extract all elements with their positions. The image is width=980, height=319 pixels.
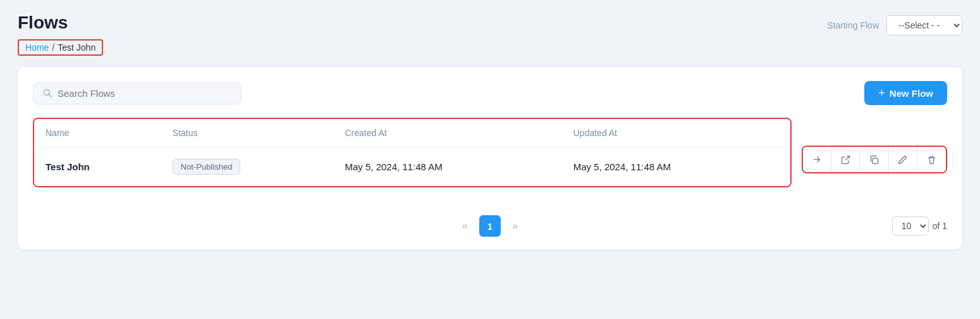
- pagination-page-1[interactable]: 1: [479, 215, 501, 237]
- action-delete-button[interactable]: [917, 146, 946, 173]
- starting-flow-label: Starting Flow: [827, 20, 879, 30]
- search-icon: [42, 88, 52, 98]
- action-copy-button[interactable]: [860, 146, 888, 173]
- pagination-next[interactable]: »: [507, 218, 523, 234]
- per-page-select[interactable]: 10: [892, 216, 929, 235]
- action-open-external-button[interactable]: [831, 146, 860, 173]
- svg-rect-2: [873, 158, 878, 163]
- search-wrapper: [33, 82, 242, 104]
- col-created-at: Created At: [334, 119, 562, 147]
- new-flow-plus: +: [878, 87, 885, 99]
- col-status: Status: [161, 119, 334, 147]
- row-updated-at: May 5, 2024, 11:48 AM: [562, 147, 790, 187]
- table-header-row: Name Status Created At Updated At: [34, 119, 790, 147]
- col-updated-at: Updated At: [562, 119, 790, 147]
- table-and-actions: Name Status Created At Updated At Test J…: [33, 118, 947, 201]
- pagination-prev[interactable]: «: [457, 218, 473, 234]
- breadcrumb-separator: /: [52, 42, 54, 53]
- status-badge: Not-Published: [173, 159, 241, 175]
- row-name: Test John: [34, 147, 161, 187]
- new-flow-button[interactable]: + New Flow: [864, 81, 947, 105]
- row-actions: [802, 146, 947, 173]
- starting-flow-select[interactable]: --Select - -: [886, 15, 962, 35]
- breadcrumb-home-link[interactable]: Home: [25, 42, 49, 53]
- toolbar: + New Flow: [33, 81, 947, 105]
- svg-line-1: [49, 94, 51, 97]
- breadcrumb: Home / Test John: [18, 39, 103, 56]
- table-row: Test John Not-Published May 5, 2024, 11:…: [34, 147, 790, 187]
- of-label: of 1: [933, 221, 947, 231]
- main-card: + New Flow Name Status Created At Update…: [18, 67, 962, 249]
- pagination: « 1 » 10 of 1: [33, 215, 947, 237]
- flows-table: Name Status Created At Updated At Test J…: [33, 118, 792, 187]
- pagination-right: 10 of 1: [892, 216, 947, 235]
- col-name: Name: [34, 119, 161, 147]
- action-enter-button[interactable]: [803, 146, 831, 173]
- row-status: Not-Published: [161, 147, 334, 187]
- search-input[interactable]: [58, 88, 232, 99]
- breadcrumb-current: Test John: [58, 42, 95, 53]
- page-title: Flows: [18, 13, 68, 33]
- row-created-at: May 5, 2024, 11:48 AM: [334, 147, 562, 187]
- new-flow-label: New Flow: [890, 88, 933, 99]
- action-edit-button[interactable]: [889, 146, 917, 173]
